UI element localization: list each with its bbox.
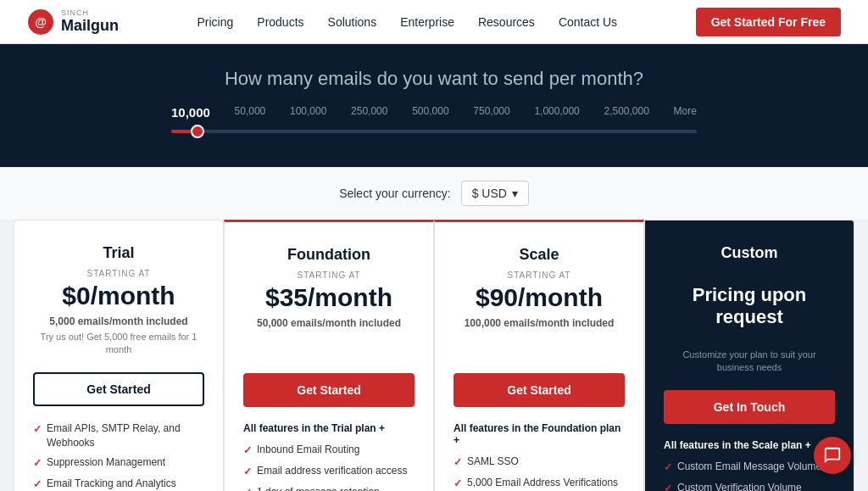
scale-card: Scale STARTING AT $90/month 100,000 emai… [434, 220, 644, 491]
slider-label-7: 2,500,000 [604, 105, 648, 120]
foundation-starting-at: STARTING AT [243, 271, 415, 280]
list-item: ✓Suppression Management [33, 455, 204, 471]
foundation-features-label: All features in the Trial plan + [243, 422, 415, 434]
slider-label-5: 750,000 [473, 105, 509, 120]
slider-label-4: 500,000 [412, 105, 448, 120]
chat-icon [823, 446, 842, 465]
slider-label-2: 100,000 [290, 105, 326, 120]
check-icon: ✓ [33, 456, 42, 471]
list-item: ✓1 day of message retention [243, 485, 415, 491]
nav-contact[interactable]: Contact Us [559, 15, 617, 29]
list-item: ✓5,000 Email Address Verifications [453, 476, 625, 491]
slider-label-8: More [674, 105, 697, 120]
trial-starting-at: STARTING AT [33, 269, 204, 278]
list-item: ✓Email Tracking and Analytics [33, 477, 204, 491]
list-item: ✓Custom Email Message Volume [664, 460, 835, 475]
list-item: ✓Inbound Email Routing [243, 443, 415, 458]
check-icon: ✓ [664, 482, 672, 491]
scale-price: $90/month [453, 283, 625, 312]
custom-price-note: Customize your plan to suit your busines… [664, 349, 835, 375]
svg-text:@: @ [35, 15, 47, 29]
currency-select[interactable]: $ USD ▾ [461, 181, 529, 206]
list-item: ✓Email address verification access [243, 464, 415, 479]
main-nav: Pricing Products Solutions Enterprise Re… [198, 15, 618, 29]
custom-starting-at [664, 269, 835, 281]
check-icon: ✓ [664, 460, 672, 475]
trial-plan-name: Trial [33, 244, 204, 262]
scale-plan-name: Scale [453, 246, 625, 264]
trial-price-note: Try us out! Get 5,000 free emails for 1 … [33, 331, 204, 357]
mailgun-logo-icon: @ [27, 8, 54, 36]
slider-labels: 10,000 50,000 100,000 250,000 500,000 75… [171, 105, 697, 120]
hero-section: How many emails do you want to send per … [0, 44, 868, 167]
slider-thumb[interactable] [191, 125, 204, 138]
scale-price-sub: 100,000 emails/month included [453, 317, 625, 329]
check-icon: ✓ [33, 477, 42, 491]
foundation-price: $35/month [243, 283, 415, 312]
slider-label-3: 250,000 [351, 105, 387, 120]
email-volume-slider-section: 10,000 50,000 100,000 250,000 500,000 75… [27, 105, 841, 140]
nav-solutions[interactable]: Solutions [328, 15, 377, 29]
check-icon: ✓ [453, 477, 462, 491]
pricing-cards: Trial STARTING AT $0/month 5,000 emails/… [0, 220, 868, 491]
custom-price-sub [664, 333, 835, 345]
check-icon: ✓ [453, 455, 462, 470]
nav-resources[interactable]: Resources [478, 15, 535, 29]
custom-price: Pricing upon request [664, 284, 835, 328]
foundation-plan-name: Foundation [243, 246, 415, 264]
custom-cta-button[interactable]: Get In Touch [664, 390, 835, 424]
check-icon: ✓ [243, 486, 252, 491]
check-icon: ✓ [243, 465, 252, 479]
slider-label-0: 10,000 [171, 105, 210, 120]
slider-label-1: 50,000 [235, 105, 266, 120]
chevron-down-icon: ▾ [512, 187, 518, 200]
trial-price: $0/month [33, 282, 204, 310]
get-started-header-button[interactable]: Get Started For Free [696, 8, 841, 36]
check-icon: ✓ [33, 422, 42, 437]
logo-text: Mailgun [61, 17, 119, 35]
nav-pricing[interactable]: Pricing [198, 15, 234, 29]
list-item: ✓SAML SSO [453, 455, 625, 470]
nav-products[interactable]: Products [257, 15, 303, 29]
scale-price-note [453, 332, 625, 358]
trial-feature-list: ✓Email APIs, SMTP Relay, and Webhooks ✓S… [33, 421, 204, 491]
list-item: ✓Email APIs, SMTP Relay, and Webhooks [33, 421, 204, 450]
custom-plan-name: Custom [664, 244, 835, 262]
slider-wrapper [171, 123, 697, 140]
hero-title: How many emails do you want to send per … [27, 68, 841, 90]
slider-label-6: 1,000,000 [534, 105, 579, 120]
chat-bubble-button[interactable] [814, 437, 851, 474]
foundation-cta-button[interactable]: Get Started [243, 373, 415, 407]
currency-value: $ USD [472, 187, 507, 200]
logo: @ SINCH Mailgun [27, 8, 119, 36]
header: @ SINCH Mailgun Pricing Products Solutio… [0, 0, 868, 44]
sinch-label: SINCH [61, 8, 119, 17]
list-item: ✓Custom Verification Volume [664, 481, 835, 491]
custom-features-label: All features in the Scale plan + [664, 439, 835, 451]
scale-cta-button[interactable]: Get Started [453, 373, 625, 407]
foundation-price-sub: 50,000 emails/month included [243, 317, 415, 329]
trial-cta-button[interactable]: Get Started [33, 372, 204, 406]
currency-label: Select your currency: [339, 187, 451, 200]
foundation-price-note [243, 332, 415, 358]
trial-price-sub: 5,000 emails/month included [33, 315, 204, 327]
scale-starting-at: STARTING AT [453, 271, 625, 280]
custom-feature-list: ✓Custom Email Message Volume ✓Custom Ver… [664, 460, 835, 491]
nav-enterprise[interactable]: Enterprise [400, 15, 454, 29]
trial-card: Trial STARTING AT $0/month 5,000 emails/… [14, 220, 224, 491]
slider-track [171, 130, 697, 133]
currency-row: Select your currency: $ USD ▾ [0, 167, 868, 220]
scale-feature-list: ✓SAML SSO ✓5,000 Email Address Verificat… [453, 455, 625, 491]
check-icon: ✓ [243, 444, 252, 458]
foundation-feature-list: ✓Inbound Email Routing ✓Email address ve… [243, 443, 415, 491]
scale-features-label: All features in the Foundation plan + [453, 422, 625, 446]
foundation-card: Foundation STARTING AT $35/month 50,000 … [224, 220, 434, 491]
